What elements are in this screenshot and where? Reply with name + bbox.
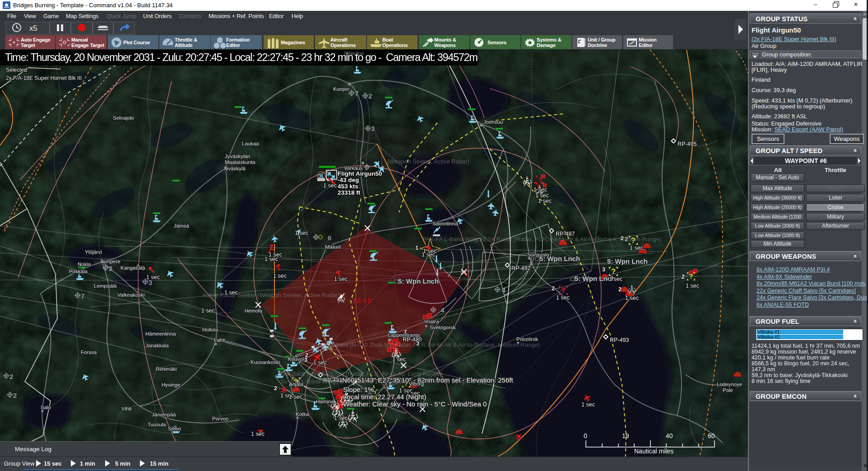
svg-text:1 sec: 1 sec [251, 431, 265, 437]
svg-text:RP-495: RP-495 [678, 141, 696, 147]
svg-text:Joensuu: Joensuu [483, 119, 503, 125]
svg-text:Mikkeli: Mikkeli [325, 244, 341, 250]
svg-text:?: ? [561, 286, 566, 295]
svg-text:2x F/A-18E Super Hornet Blk II: 2x F/A-18E Super Hornet Blk III [6, 75, 82, 81]
svg-text:Kotka: Kotka [296, 411, 309, 417]
svg-text:1 sec: 1 sec [224, 289, 238, 296]
svg-text:Flight Airgun50: Flight Airgun50 [338, 170, 382, 177]
svg-text:3: 3 [602, 266, 605, 273]
svg-text:2: 2 [625, 236, 628, 242]
svg-text:4: 4 [441, 306, 445, 314]
svg-text:Local time: 22.27.44 (Night): Local time: 22.27.44 (Night) [343, 393, 426, 401]
svg-text:1 sec: 1 sec [201, 308, 215, 314]
svg-text:7: 7 [355, 89, 358, 97]
svg-text:Sibbo: Sibbo [168, 426, 181, 431]
svg-text:23318 ft: 23318 ft [338, 189, 361, 196]
svg-text:Järvenpää: Järvenpää [152, 412, 176, 417]
svg-text:Forssa: Forssa [81, 350, 97, 355]
svg-text:1 sec: 1 sec [313, 359, 327, 366]
svg-text:□5: Wpn Lnch: □5: Wpn Lnch [394, 277, 439, 285]
svg-text:2: 2 [274, 385, 277, 392]
svg-text:Maalaiskunta: Maalaiskunta [225, 159, 255, 165]
svg-text:19: 19 [622, 432, 629, 439]
svg-text:1 sec: 1 sec [392, 356, 406, 363]
svg-text:Nautical miles: Nautical miles [634, 448, 673, 455]
svg-text:1 sec: 1 sec [686, 283, 699, 289]
svg-text:5: Wpn Lnch: 5: Wpn Lnch [607, 257, 648, 265]
svg-text:Hamina: Hamina [316, 399, 334, 404]
svg-text:Svetogorsk: Svetogorsk [430, 325, 456, 330]
svg-text:1 sec: 1 sec [422, 252, 435, 258]
svg-text:Kuusankoski: Kuusankoski [251, 359, 280, 365]
svg-text:Vihti: Vihti [121, 406, 131, 411]
svg-text:7: 7 [81, 292, 84, 300]
svg-text:1 sec: 1 sec [534, 187, 547, 193]
svg-text:2: 2 [13, 392, 17, 399]
svg-text:RP-493: RP-493 [610, 337, 629, 343]
svg-text:Lodeynoye: Lodeynoye [717, 382, 742, 387]
svg-text:□5: Wpn Lnch: □5: Wpn Lnch [535, 255, 580, 262]
svg-text:1 sec: 1 sec [625, 295, 639, 301]
svg-text:Lahti: Lahti [214, 337, 225, 343]
svg-text:2: 2 [9, 373, 13, 380]
svg-text:Pirkkala: Pirkkala [69, 269, 88, 274]
svg-text:Hollola: Hollola [202, 327, 218, 332]
svg-text:-43 deg: -43 deg [338, 177, 359, 183]
svg-text:Salo: Salo [41, 405, 51, 410]
svg-text:Tuusula: Tuusula [148, 422, 166, 427]
svg-text:Janakkala: Janakkala [145, 343, 169, 348]
svg-text:453 kts: 453 kts [338, 183, 358, 190]
svg-text:Ylöjärvi: Ylöjärvi [85, 249, 102, 255]
svg-text:Heinola: Heinola [245, 308, 263, 313]
svg-text:Slot Back [N-010 Zhuk-M] (Rada: Slot Back [N-010 Zhuk-M] (Radar, FCR, Ai… [324, 341, 540, 348]
svg-text:Imatra: Imatra [424, 319, 439, 324]
svg-text:Hämeenlinna: Hämeenlinna [145, 331, 176, 336]
svg-text:RP-492: RP-492 [511, 265, 530, 271]
svg-text:0: 0 [584, 432, 587, 439]
svg-text:Laukaa: Laukaa [242, 141, 259, 146]
svg-text:1 sec: 1 sec [581, 401, 595, 408]
svg-text:1 sec: 1 sec [538, 198, 552, 204]
svg-text:2: 2 [368, 92, 372, 100]
svg-text:N60°51'43" E27°35'10" - 82nm f: N60°51'43" E27°35'10" - 82nm from sel - … [342, 376, 513, 384]
svg-text:Jämsä: Jämsä [174, 223, 189, 229]
svg-text:1 sec: 1 sec [334, 415, 348, 421]
svg-text:1 sec: 1 sec [323, 182, 337, 189]
svg-text:2: 2 [682, 274, 685, 280]
svg-text:1 sec: 1 sec [630, 245, 643, 251]
svg-text:Weather: Clear sky - No rain -: Weather: Clear sky - No rain - 5°C - Win… [343, 400, 487, 408]
svg-text:Kangasala: Kangasala [121, 265, 145, 270]
svg-text:Selnajoki: Selnajoki [113, 115, 134, 121]
svg-text:Pole: Pole [723, 387, 733, 393]
svg-text:SEAD: SEAD [353, 297, 373, 304]
svg-text:3: 3 [416, 340, 419, 347]
svg-text:1 sec: 1 sec [273, 273, 287, 279]
svg-text:1 sec: 1 sec [265, 256, 278, 262]
svg-text:4: 4 [502, 286, 506, 294]
svg-text:40: 40 [666, 432, 673, 439]
svg-text:6: 6 [328, 234, 331, 242]
svg-text:Jyväskylän: Jyväskylän [225, 154, 250, 159]
svg-text:Lempäälä: Lempäälä [94, 283, 117, 289]
svg-text:2: 2 [618, 286, 622, 293]
svg-text:60: 60 [708, 432, 715, 439]
svg-text:1 sec: 1 sec [146, 274, 160, 280]
svg-text:Slope: 1% -: Slope: 1% - [343, 386, 378, 393]
svg-text:Hyvinge: Hyvinge [162, 382, 181, 387]
svg-text:Nokia: Nokia [78, 261, 91, 267]
svg-text:1 sec: 1 sec [289, 394, 302, 400]
svg-text:2: 2 [552, 285, 555, 292]
svg-text:Selected:: Selected: [6, 67, 28, 73]
svg-text:1 sec: 1 sec [295, 230, 308, 236]
svg-text:1 sec: 1 sec [609, 276, 622, 282]
svg-text:Porvoo: Porvoo [212, 416, 228, 421]
svg-text:Valkeakoski: Valkeakoski [117, 292, 145, 298]
svg-text:2: 2 [109, 265, 112, 272]
svg-text:1: 1 [415, 245, 418, 251]
svg-text:Active Radar Seeker (Weapon Se: Active Radar Seeker (Weapon Seeker, Acti… [202, 292, 340, 298]
svg-text:Kuopio: Kuopio [333, 86, 349, 92]
svg-text:(Weapon Seeker, Active Radar): (Weapon Seeker, Active Radar) [387, 158, 469, 165]
svg-text:x5: x5 [29, 24, 37, 33]
svg-text:1 sec: 1 sec [334, 276, 348, 282]
svg-text:2: 2 [621, 235, 624, 242]
